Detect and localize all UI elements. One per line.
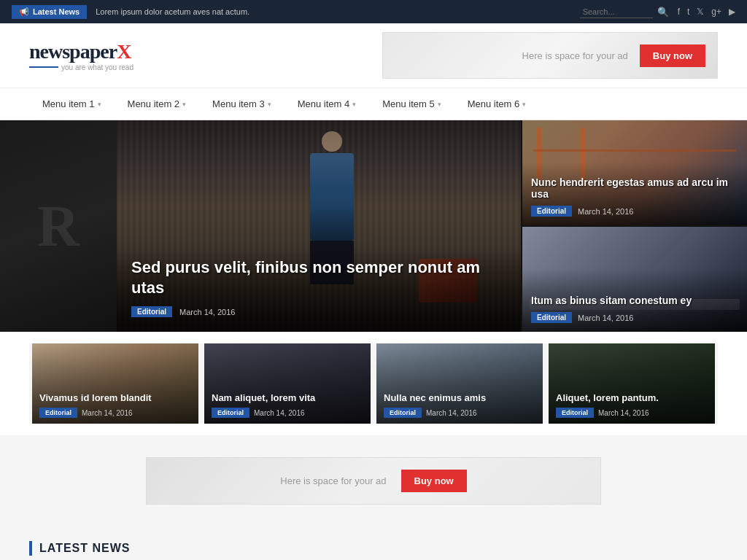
hero-bottom-right-article[interactable]: Itum as binus sitam conestum ey Editoria… (521, 225, 747, 332)
header-ad-banner: Here is space for your ad Buy now (382, 32, 718, 79)
card-4-content: Aliquet, lorem pantum. Editorial March 1… (556, 392, 708, 418)
card-1-date: March 14, 2016 (82, 409, 133, 417)
social-links: f t 𝕏 g+ ▶ (678, 7, 735, 17)
card-2-date: March 14, 2016 (254, 409, 305, 417)
header: newspaperX you are what you read Here is… (0, 23, 747, 88)
ad-banner-2: Here is space for your ad Buy now (146, 457, 601, 505)
nav-bar: Menu item 1 ▾ Menu item 2 ▾ Menu item 3 … (0, 88, 747, 120)
nav-item-6-label: Menu item 6 (468, 98, 520, 109)
search-icon[interactable]: 🔍 (657, 7, 669, 18)
hero-main-content: Sed purus velit, finibus non semper nonu… (131, 257, 506, 317)
nav-item-4[interactable]: Menu item 4 ▾ (285, 88, 370, 120)
card-1-title: Vivamus id lorem blandit (39, 392, 191, 403)
card-3-date: March 14, 2016 (426, 409, 477, 417)
nav-menu: Menu item 1 ▾ Menu item 2 ▾ Menu item 3 … (29, 88, 718, 120)
search-input[interactable] (580, 6, 653, 18)
hero-bottom-right-meta: Editorial March 14, 2016 (531, 312, 738, 323)
nav-item-2-label: Menu item 2 (128, 98, 180, 109)
nav-item-5[interactable]: Menu item 5 ▾ (369, 88, 454, 120)
decorative-letter: R (37, 193, 80, 260)
hero-top-right-content: Nunc hendrerit egestas amus ad arcu im u… (531, 176, 738, 217)
hero-main-title: Sed purus velit, finibus non semper nonu… (131, 257, 506, 299)
hero-far-left-panel: R (0, 120, 117, 332)
nav-item-2[interactable]: Menu item 2 ▾ (115, 88, 200, 120)
nav-item-3[interactable]: Menu item 3 ▾ (199, 88, 285, 120)
logo-tagline: you are what you read (61, 63, 133, 71)
nav-item-5-label: Menu item 5 (382, 98, 435, 109)
chevron-down-icon-6: ▾ (522, 101, 526, 108)
megaphone-icon: 📢 (19, 7, 29, 17)
latest-news-title: LATEST NEWS (39, 542, 130, 555)
hero-bottom-right-badge: Editorial (531, 312, 572, 323)
section-title-bar (29, 541, 32, 556)
facebook-icon[interactable]: f (678, 7, 680, 17)
card-3-badge: Editorial (384, 408, 422, 418)
ticker-text: Lorem ipsum dolor acetum aves nat actum. (96, 7, 570, 16)
card-3-content: Nulla nec enimus amis Editorial March 14… (384, 392, 535, 418)
latest-news-heading: LATEST NEWS (29, 541, 718, 560)
hero-section: R Sed purus velit, finibus non semper no… (0, 120, 747, 332)
chevron-down-icon-1: ▾ (98, 101, 101, 108)
card-grid-section: Vivamus id lorem blandit Editorial March… (0, 332, 747, 435)
youtube-icon[interactable]: ▶ (729, 7, 735, 17)
card-3-title: Nulla nec enimus amis (384, 392, 535, 403)
card-1-content: Vivamus id lorem blandit Editorial March… (39, 392, 191, 418)
card-4-badge: Editorial (556, 408, 594, 418)
chevron-down-icon-2: ▾ (182, 101, 186, 108)
hero-top-right-article[interactable]: Nunc hendrerit egestas amus ad arcu im u… (521, 120, 747, 225)
hero-right-panels: Nunc hendrerit egestas amus ad arcu im u… (521, 120, 747, 332)
hero-bottom-right-title: Itum as binus sitam conestum ey (531, 295, 738, 306)
card-4[interactable]: Aliquet, lorem pantum. Editorial March 1… (549, 343, 715, 424)
top-search: 🔍 (580, 6, 669, 18)
hero-top-right-meta: Editorial March 14, 2016 (531, 206, 738, 217)
ad2-text: Here is space for your ad (280, 475, 386, 486)
hero-top-right-badge: Editorial (531, 206, 572, 217)
card-1[interactable]: Vivamus id lorem blandit Editorial March… (32, 343, 198, 424)
card-2-title: Nam aliquet, lorem vita (212, 392, 363, 403)
card-2-meta: Editorial March 14, 2016 (212, 408, 363, 418)
hero-top-right-date: March 14, 2016 (578, 207, 633, 216)
ad-banner-2-section: Here is space for your ad Buy now (0, 435, 747, 526)
nav-item-6[interactable]: Menu item 6 ▾ (454, 88, 540, 120)
nav-item-4-label: Menu item 4 (298, 98, 350, 109)
nav-item-3-label: Menu item 3 (212, 98, 265, 109)
header-buy-now-button[interactable]: Buy now (640, 44, 705, 67)
hero-top-right-title: Nunc hendrerit egestas amus ad arcu im u… (531, 176, 738, 200)
card-3-meta: Editorial March 14, 2016 (384, 408, 535, 418)
hero-bottom-right-date: March 14, 2016 (578, 314, 633, 322)
latest-news-badge: 📢 Latest News (12, 5, 87, 19)
logo[interactable]: newspaperX you are what you read (29, 40, 133, 71)
chevron-down-icon-4: ▾ (352, 101, 356, 108)
card-4-title: Aliquet, lorem pantum. (556, 392, 708, 403)
chevron-down-icon-3: ▾ (268, 101, 271, 108)
card-3[interactable]: Nulla nec enimus amis Editorial March 14… (376, 343, 543, 424)
chevron-down-icon-5: ▾ (438, 101, 441, 108)
card-1-meta: Editorial March 14, 2016 (39, 408, 191, 418)
hero-main-badge: Editorial (131, 306, 172, 317)
nav-item-1-label: Menu item 1 (42, 98, 95, 109)
card-1-badge: Editorial (39, 408, 77, 418)
hero-bottom-right-content: Itum as binus sitam conestum ey Editoria… (531, 295, 738, 323)
latest-news-section: LATEST NEWS (0, 526, 747, 560)
top-bar: 📢 Latest News Lorem ipsum dolor acetum a… (0, 0, 747, 23)
card-2[interactable]: Nam aliquet, lorem vita Editorial March … (204, 343, 371, 424)
card-4-date: March 14, 2016 (598, 409, 649, 417)
tumblr-icon[interactable]: t (687, 7, 689, 17)
twitter-icon[interactable]: 𝕏 (697, 7, 704, 17)
header-ad-text: Here is space for your ad (522, 50, 628, 61)
ad2-buy-now-button[interactable]: Buy now (401, 470, 467, 492)
hero-main-meta: Editorial March 14, 2016 (131, 306, 506, 317)
hero-main-date: March 14, 2016 (179, 308, 235, 316)
nav-item-1[interactable]: Menu item 1 ▾ (29, 88, 115, 120)
latest-news-label: Latest News (33, 7, 80, 16)
card-2-badge: Editorial (212, 408, 249, 418)
logo-text: newspaper (29, 40, 117, 63)
card-4-meta: Editorial March 14, 2016 (556, 408, 708, 418)
googleplus-icon[interactable]: g+ (711, 7, 721, 17)
logo-x: X (117, 40, 131, 63)
card-grid: Vivamus id lorem blandit Editorial March… (29, 343, 718, 424)
card-2-content: Nam aliquet, lorem vita Editorial March … (212, 392, 363, 418)
hero-main-article[interactable]: Sed purus velit, finibus non semper nonu… (117, 120, 521, 332)
